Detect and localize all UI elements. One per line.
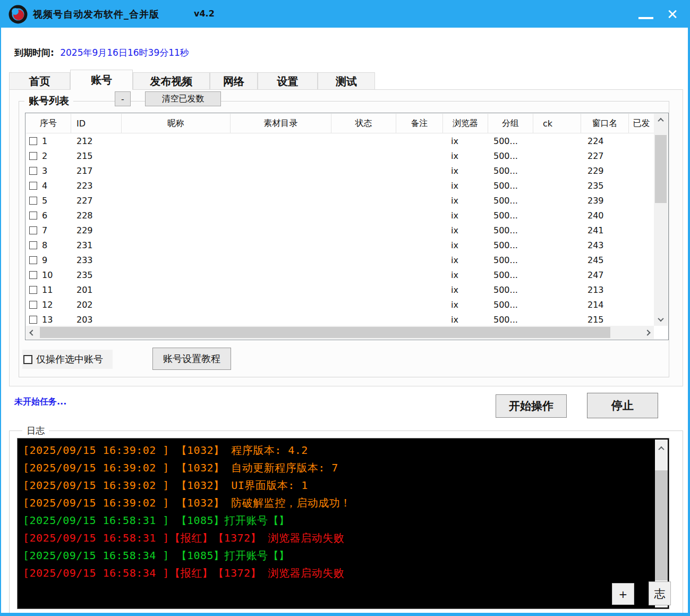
cell-nickname bbox=[122, 267, 231, 282]
start-operation-button[interactable]: 开始操作 bbox=[496, 394, 567, 418]
row-checkbox[interactable] bbox=[29, 167, 37, 175]
only-selected-checkbox[interactable]: 仅操作选中账号 bbox=[22, 350, 113, 369]
column-header[interactable]: 昵称 bbox=[122, 114, 231, 133]
scroll-left-arrow[interactable] bbox=[26, 326, 39, 339]
column-header[interactable]: 已发 bbox=[629, 114, 654, 133]
row-checkbox[interactable] bbox=[29, 197, 37, 205]
close-button[interactable]: ✕ bbox=[660, 1, 685, 28]
cell-browser: ix bbox=[443, 238, 488, 252]
cell-nickname bbox=[122, 193, 231, 208]
cell-ck bbox=[533, 252, 581, 267]
column-header[interactable]: 分组 bbox=[488, 114, 533, 133]
log-scroll-up-arrow[interactable] bbox=[655, 440, 668, 458]
cell-id: 227 bbox=[71, 193, 122, 208]
collapse-button[interactable]: - bbox=[115, 91, 131, 106]
row-checkbox[interactable] bbox=[29, 241, 37, 249]
row-checkbox[interactable] bbox=[29, 316, 37, 324]
tab-item[interactable]: 网络 bbox=[210, 72, 258, 90]
horizontal-scroll-thumb[interactable] bbox=[40, 327, 610, 338]
log-plus-button[interactable]: + bbox=[612, 583, 634, 605]
table-row[interactable]: 6228ix500...240 bbox=[26, 208, 654, 223]
table-header: 序号ID昵称素材目录状态备注浏览器分组ck窗口名已发 bbox=[26, 114, 654, 133]
cell-status bbox=[331, 178, 396, 193]
table-row[interactable]: 1212ix500...224 bbox=[26, 133, 654, 148]
table-row[interactable]: 8231ix500...243 bbox=[26, 238, 654, 252]
cell-status bbox=[331, 282, 396, 297]
scroll-right-arrow[interactable] bbox=[641, 326, 654, 339]
cell-id: 233 bbox=[71, 252, 122, 267]
row-checkbox[interactable] bbox=[29, 256, 37, 264]
expiry-label: 到期时间: bbox=[14, 47, 54, 58]
log-console: [2025/09/15 16:39:02 ] 【1032】 ⋯⋯⋯⋯⋯⋯⋯⋯⋯⋯… bbox=[17, 438, 669, 609]
cell-status bbox=[331, 238, 396, 252]
column-header[interactable]: 浏览器 bbox=[443, 114, 488, 133]
row-checkbox[interactable] bbox=[29, 271, 37, 279]
chevron-up-icon bbox=[658, 118, 663, 124]
cell-material bbox=[231, 193, 331, 208]
table-row[interactable]: 3217ix500...229 bbox=[26, 163, 654, 178]
scroll-up-arrow[interactable] bbox=[654, 114, 668, 126]
row-checkbox[interactable] bbox=[29, 152, 37, 160]
row-checkbox[interactable] bbox=[29, 137, 37, 145]
cell-browser: ix bbox=[443, 133, 488, 148]
cell-group: 500... bbox=[488, 133, 533, 148]
log-line: [2025/09/15 16:39:02 ] 【1032】 UI界面版本: 1 bbox=[23, 477, 653, 494]
cell-browser: ix bbox=[443, 297, 488, 312]
table-row[interactable]: 2215ix500...227 bbox=[26, 148, 654, 163]
tab-item[interactable]: 测试 bbox=[318, 72, 375, 90]
column-header[interactable]: 备注 bbox=[396, 114, 443, 133]
table-vertical-scrollbar[interactable] bbox=[654, 114, 668, 326]
column-header[interactable]: 状态 bbox=[331, 114, 396, 133]
cell-no: 7 bbox=[26, 223, 71, 238]
tab-item[interactable]: 设置 bbox=[258, 72, 318, 90]
titlebar: 视频号自动发布软件_合并版 v4.2 ✕ bbox=[1, 1, 688, 28]
cell-status bbox=[331, 223, 396, 238]
column-header[interactable]: 序号 bbox=[26, 114, 71, 133]
table-row[interactable]: 10235ix500...247 bbox=[26, 267, 654, 282]
table-row[interactable]: 11201ix500...213 bbox=[26, 282, 654, 297]
scroll-down-arrow[interactable] bbox=[654, 313, 668, 326]
cell-remark bbox=[396, 267, 443, 282]
log-scroll-thumb[interactable] bbox=[655, 470, 668, 580]
chevron-down-icon bbox=[658, 316, 663, 322]
cell-group: 500... bbox=[488, 252, 533, 267]
cell-browser: ix bbox=[443, 312, 488, 326]
cell-material bbox=[231, 178, 331, 193]
tab-item[interactable]: 账号 bbox=[70, 70, 133, 90]
cell-window: 215 bbox=[581, 312, 629, 326]
table-row[interactable]: 9233ix500...245 bbox=[26, 252, 654, 267]
row-checkbox[interactable] bbox=[29, 286, 37, 294]
log-zhi-button[interactable]: 志 bbox=[649, 581, 671, 605]
cell-browser: ix bbox=[443, 163, 488, 178]
table-horizontal-scrollbar[interactable] bbox=[26, 326, 654, 339]
cell-ck bbox=[533, 267, 581, 282]
row-checkbox[interactable] bbox=[29, 226, 37, 234]
row-checkbox[interactable] bbox=[29, 301, 37, 309]
table-row[interactable]: 12202ix500...214 bbox=[26, 297, 654, 312]
table-row[interactable]: 13203ix500...215 bbox=[26, 312, 654, 326]
cell-published bbox=[629, 252, 654, 267]
cell-window: 229 bbox=[581, 163, 629, 178]
cell-status bbox=[331, 163, 396, 178]
column-header[interactable]: ID bbox=[71, 114, 122, 133]
stop-button[interactable]: 停止 bbox=[587, 393, 658, 418]
cell-no: 2 bbox=[26, 148, 71, 163]
row-checkbox[interactable] bbox=[29, 212, 37, 220]
row-checkbox[interactable] bbox=[29, 182, 37, 190]
cell-no: 4 bbox=[26, 178, 71, 193]
column-header[interactable]: ck bbox=[533, 114, 581, 133]
table-row[interactable]: 5227ix500...239 bbox=[26, 193, 654, 208]
table-row[interactable]: 4223ix500...235 bbox=[26, 178, 654, 193]
column-header[interactable]: 窗口名 bbox=[581, 114, 629, 133]
tab-item[interactable]: 首页 bbox=[9, 72, 70, 90]
clear-published-button[interactable]: 清空已发数 bbox=[145, 91, 221, 106]
tab-item[interactable]: 发布视频 bbox=[133, 72, 210, 90]
minimize-button[interactable] bbox=[634, 1, 658, 28]
cell-remark bbox=[396, 282, 443, 297]
account-tutorial-button[interactable]: 账号设置教程 bbox=[152, 348, 231, 370]
cell-id: 217 bbox=[71, 163, 122, 178]
vertical-scroll-thumb[interactable] bbox=[655, 135, 667, 203]
expiry-value: 2025年9月16日16时39分11秒 bbox=[60, 47, 189, 58]
table-row[interactable]: 7229ix500...241 bbox=[26, 223, 654, 238]
column-header[interactable]: 素材目录 bbox=[231, 114, 331, 133]
